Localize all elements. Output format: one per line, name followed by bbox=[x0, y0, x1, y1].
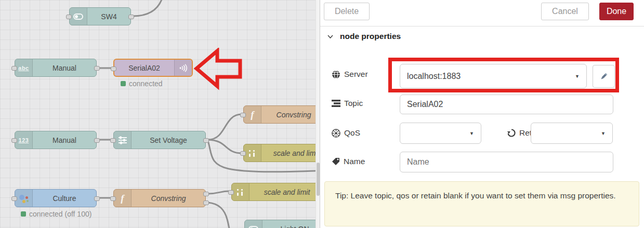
node-convstring-1[interactable]: f Convstring bbox=[243, 105, 316, 124]
section-title: node properties bbox=[340, 32, 401, 41]
node-output-port[interactable] bbox=[94, 138, 100, 143]
node-manual-number[interactable]: 123 Manual bbox=[15, 131, 97, 149]
node-seriala02-selected[interactable]: SerialA02 bbox=[113, 59, 193, 77]
globe-icon bbox=[332, 70, 340, 79]
wire[interactable] bbox=[208, 191, 229, 194]
topic-label: Topic bbox=[332, 99, 363, 108]
abc-icon: abc bbox=[15, 59, 33, 76]
node-input-port[interactable] bbox=[110, 196, 116, 201]
node-input-port[interactable] bbox=[11, 66, 17, 71]
node-scale-limit-1[interactable]: scale and limit bbox=[243, 144, 316, 162]
range-icon bbox=[232, 183, 249, 200]
tag-icon bbox=[332, 157, 340, 166]
node-input-port[interactable] bbox=[240, 151, 246, 156]
node-label: SW4 bbox=[87, 8, 130, 25]
node-label: Manual bbox=[33, 131, 96, 149]
node-output-port[interactable] bbox=[94, 66, 100, 71]
canvas-scrollbar[interactable] bbox=[316, 0, 320, 228]
retain-select[interactable]: ▼ bbox=[531, 123, 613, 144]
node-output-port[interactable] bbox=[203, 138, 209, 143]
node-output-port[interactable] bbox=[203, 192, 209, 196]
node-light-on[interactable]: Light ON bbox=[244, 220, 316, 228]
node-input-port[interactable] bbox=[111, 66, 116, 71]
node-label: Manual bbox=[33, 59, 96, 76]
node-status: connected bbox=[121, 79, 163, 88]
node-output-port[interactable] bbox=[128, 15, 134, 19]
node-sw4[interactable]: SW4 bbox=[69, 7, 131, 25]
assistant-icon bbox=[15, 190, 33, 207]
node-label: Convstring bbox=[261, 106, 316, 123]
wire[interactable] bbox=[133, 0, 163, 16]
node-edit-panel: Delete Cancel Done node properties Serve… bbox=[320, 0, 644, 228]
flow-canvas[interactable]: SW4 abc Manual SerialA02 bbox=[0, 0, 316, 228]
node-input-port[interactable] bbox=[11, 138, 17, 143]
status-dot bbox=[21, 211, 26, 217]
annotation-arrow bbox=[192, 48, 247, 92]
annotation-rectangle bbox=[388, 58, 619, 92]
node-output-port[interactable] bbox=[94, 196, 100, 201]
node-input-port[interactable] bbox=[228, 190, 234, 195]
divider bbox=[320, 26, 644, 26]
wifi-icon bbox=[174, 60, 192, 76]
status-dot bbox=[121, 81, 126, 86]
node-output-port[interactable] bbox=[203, 200, 209, 205]
function-icon: f bbox=[114, 190, 132, 207]
topic-icon bbox=[332, 100, 340, 108]
chevron-down-icon bbox=[327, 35, 333, 38]
qos-label: QoS bbox=[332, 128, 360, 138]
node-input-port[interactable] bbox=[110, 138, 116, 143]
node-label: Set Voltage bbox=[132, 131, 205, 149]
qos-icon bbox=[332, 129, 340, 138]
tip-text: Tip: Leave topic, qos or retain blank if… bbox=[335, 191, 616, 200]
name-input[interactable] bbox=[400, 152, 613, 172]
status-text: connected (off 100) bbox=[29, 210, 91, 218]
toggle-icon bbox=[70, 8, 87, 25]
toggle-icon bbox=[245, 220, 262, 228]
node-label: Culture bbox=[33, 190, 96, 207]
topic-input[interactable] bbox=[400, 95, 613, 114]
node-input-port[interactable] bbox=[240, 113, 246, 117]
node-input-port[interactable] bbox=[66, 15, 72, 19]
sliders-icon bbox=[114, 131, 132, 149]
node-label: scale and limit bbox=[261, 144, 316, 162]
node-red-editor: SW4 abc Manual SerialA02 bbox=[0, 0, 644, 228]
node-culture[interactable]: Culture bbox=[15, 189, 97, 207]
dropdown-caret-icon: ▼ bbox=[469, 131, 474, 136]
wire[interactable] bbox=[208, 140, 242, 153]
node-scale-limit-2[interactable]: scale and limit bbox=[231, 183, 316, 201]
node-properties-section[interactable]: node properties bbox=[327, 32, 401, 41]
status-text: connected bbox=[129, 79, 163, 88]
name-label: Name bbox=[332, 157, 365, 166]
tip-box: Tip: Leave topic, qos or retain blank if… bbox=[324, 181, 639, 226]
node-label: scale and limit bbox=[249, 183, 316, 200]
range-icon bbox=[244, 144, 261, 162]
node-label: SerialA02 bbox=[114, 60, 174, 76]
wire[interactable] bbox=[208, 203, 230, 228]
server-label: Server bbox=[332, 70, 368, 79]
node-manual-text[interactable]: abc Manual bbox=[15, 59, 97, 77]
qos-select[interactable]: ▼ bbox=[400, 123, 481, 144]
node-label: Convstring bbox=[132, 190, 205, 207]
retain-history-icon bbox=[507, 129, 516, 137]
123-icon: 123 bbox=[15, 131, 33, 149]
node-set-voltage[interactable]: Set Voltage bbox=[113, 131, 206, 149]
delete-button[interactable]: Delete bbox=[324, 3, 370, 20]
wire[interactable] bbox=[208, 114, 242, 140]
function-icon: f bbox=[244, 106, 261, 123]
dropdown-caret-icon: ▼ bbox=[601, 131, 606, 136]
done-button[interactable]: Done bbox=[599, 3, 634, 20]
node-input-port[interactable] bbox=[11, 196, 17, 201]
cancel-button[interactable]: Cancel bbox=[541, 3, 589, 20]
node-label: Light ON bbox=[262, 220, 316, 228]
node-status: connected (off 100) bbox=[21, 210, 91, 218]
node-convstring-2[interactable]: f Convstring bbox=[113, 189, 206, 207]
